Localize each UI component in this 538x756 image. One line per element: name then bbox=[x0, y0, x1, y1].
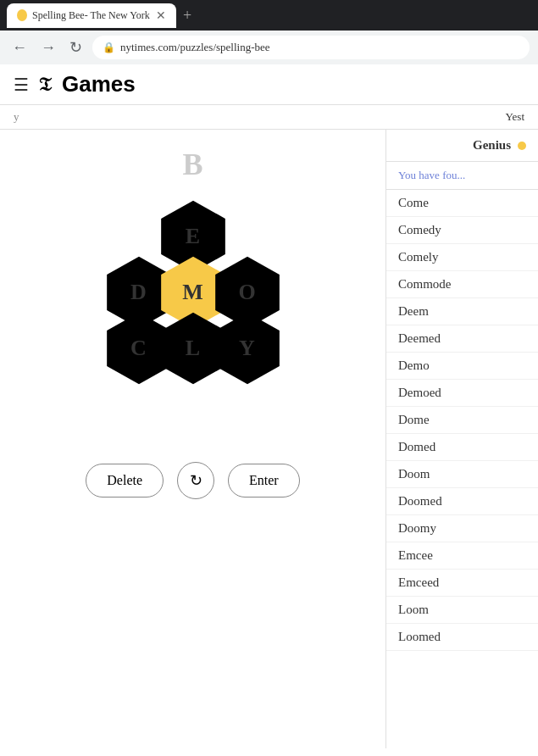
honeycomb: E D M O C bbox=[83, 199, 303, 436]
game-buttons: Delete ↻ Enter bbox=[86, 462, 299, 499]
nyt-logo: 𝔗 bbox=[39, 74, 52, 96]
list-item: Doomed bbox=[386, 488, 538, 515]
active-tab[interactable]: Spelling Bee- The New York Time... ✕ bbox=[7, 3, 176, 28]
list-item: Doomy bbox=[386, 515, 538, 542]
list-item: Doom bbox=[386, 461, 538, 488]
yesterday-text: Yest bbox=[505, 110, 524, 124]
svg-marker-6 bbox=[215, 313, 280, 384]
list-item: Emceed bbox=[386, 570, 538, 597]
main-layout: B E D M O bbox=[0, 130, 538, 748]
hex-y[interactable]: Y bbox=[210, 311, 285, 386]
back-button[interactable]: ← bbox=[8, 36, 31, 60]
found-text: You have fou... bbox=[398, 169, 465, 181]
list-item: Come bbox=[386, 190, 538, 217]
url-text: nytimes.com/puzzles/spelling-bee bbox=[120, 41, 270, 54]
sub-header: y Yest bbox=[0, 105, 538, 130]
enter-button[interactable]: Enter bbox=[228, 464, 300, 498]
list-item: Demoed bbox=[386, 380, 538, 407]
app-header: ☰ 𝔗 Games bbox=[0, 64, 538, 105]
forward-button[interactable]: → bbox=[37, 36, 59, 60]
hint-letter: B bbox=[182, 147, 202, 182]
tab-close-button[interactable]: ✕ bbox=[156, 8, 166, 23]
shuffle-button[interactable]: ↻ bbox=[177, 462, 214, 499]
game-panel: B E D M O bbox=[0, 130, 385, 748]
list-item: Dome bbox=[386, 407, 538, 434]
address-bar-row: ← → ↻ 🔒 nytimes.com/puzzles/spelling-bee bbox=[0, 31, 538, 64]
delete-button[interactable]: Delete bbox=[86, 464, 164, 498]
list-item: Commode bbox=[386, 271, 538, 298]
list-item: Comely bbox=[386, 244, 538, 271]
list-item: Demo bbox=[386, 353, 538, 380]
list-item: Domed bbox=[386, 434, 538, 461]
word-panel: Genius You have fou... ComeComedyComelyC… bbox=[385, 130, 538, 748]
browser-chrome: Spelling Bee- The New York Time... ✕ + ←… bbox=[0, 0, 538, 64]
address-box[interactable]: 🔒 nytimes.com/puzzles/spelling-bee bbox=[92, 36, 530, 59]
refresh-button[interactable]: ↻ bbox=[66, 35, 86, 60]
list-item: Comedy bbox=[386, 217, 538, 244]
list-item: Deemed bbox=[386, 325, 538, 353]
list-item: Emcee bbox=[386, 542, 538, 570]
list-item: Loom bbox=[386, 597, 538, 624]
genius-header: Genius bbox=[386, 130, 538, 162]
games-title: Games bbox=[62, 71, 136, 97]
tab-title: Spelling Bee- The New York Time... bbox=[32, 9, 151, 22]
list-item: Loomed bbox=[386, 624, 538, 651]
word-list: ComeComedyComelyCommodeDeemDeemedDemoDem… bbox=[386, 190, 538, 748]
tab-favicon bbox=[17, 9, 27, 21]
tab-bar: Spelling Bee- The New York Time... ✕ + bbox=[0, 0, 538, 31]
lock-icon: 🔒 bbox=[103, 42, 115, 54]
new-tab-button[interactable]: + bbox=[183, 7, 191, 25]
genius-dot bbox=[518, 142, 526, 150]
menu-button[interactable]: ☰ bbox=[14, 75, 29, 95]
shuffle-icon: ↻ bbox=[190, 471, 202, 490]
nav-left-text: y bbox=[14, 110, 19, 124]
found-banner: You have fou... bbox=[386, 162, 538, 190]
genius-label: Genius bbox=[473, 138, 511, 153]
list-item: Deem bbox=[386, 298, 538, 325]
